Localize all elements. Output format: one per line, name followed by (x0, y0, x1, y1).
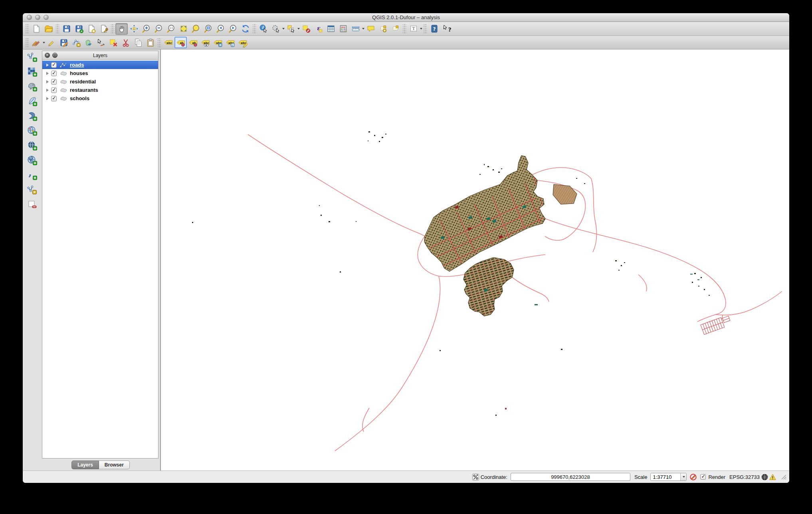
scale-combo[interactable] (650, 473, 687, 481)
dock-tab-browser[interactable]: Browser (99, 461, 130, 469)
title-bar[interactable]: QGIS 2.0.1-Dufour – analysis (23, 13, 789, 22)
resize-grip[interactable] (780, 474, 787, 480)
add-postgis-layer-button[interactable] (26, 80, 38, 93)
current-edits-button[interactable] (30, 37, 42, 48)
text-annotation-dropdown-arrow[interactable] (420, 28, 422, 30)
new-project-button[interactable] (30, 23, 42, 35)
zoom-out-button[interactable] (152, 23, 165, 35)
add-delimited-text-layer-button[interactable]: , (26, 168, 38, 181)
zoom-next-button[interactable] (227, 23, 239, 35)
expand-arrow-icon[interactable] (46, 80, 49, 83)
layer-visibility-checkbox[interactable] (51, 62, 57, 68)
text-annotation-button[interactable]: T (407, 23, 420, 35)
measure-button[interactable] (349, 23, 362, 35)
layer-visibility-checkbox[interactable] (51, 71, 57, 76)
highlight-pinned-labels-button[interactable]: ab (187, 37, 199, 48)
scale-input[interactable] (651, 473, 680, 480)
run-feature-action-button[interactable] (269, 23, 282, 35)
add-wfs-layer-button[interactable] (26, 154, 38, 166)
zoom-native-button[interactable]: 1:1 (165, 23, 177, 35)
close-window-button[interactable] (27, 15, 32, 20)
change-label-properties-button[interactable]: abc (236, 37, 249, 48)
layer-row-houses[interactable]: houses (42, 69, 158, 77)
layer-visibility-checkbox[interactable] (51, 87, 57, 93)
show-hide-labels-button[interactable]: abc (199, 37, 212, 48)
render-checkbox[interactable] (700, 474, 706, 480)
layer-row-residential[interactable]: residential (42, 77, 158, 86)
expand-arrow-icon[interactable] (46, 63, 49, 67)
crs-status-icon[interactable] (761, 473, 768, 481)
add-postgis-layer-icon (27, 81, 37, 91)
open-project-button[interactable] (42, 23, 55, 35)
dock-tab-layers[interactable]: Layers (71, 461, 99, 469)
copy-features-button[interactable] (132, 37, 144, 48)
save-edits-button[interactable] (57, 37, 70, 48)
labeling-options-button[interactable]: abc (162, 37, 174, 48)
move-feature-button[interactable] (82, 37, 95, 48)
zoom-to-selection-button[interactable] (190, 23, 202, 35)
expand-arrow-icon[interactable] (46, 97, 49, 100)
toggle-editing-icon (47, 38, 56, 47)
node-tool-button[interactable] (95, 37, 107, 48)
cut-features-button[interactable] (119, 37, 132, 48)
layer-row-roads[interactable]: roads (42, 61, 158, 69)
zoom-last-icon (216, 24, 226, 34)
minimize-window-button[interactable] (35, 15, 40, 20)
map-tips-button[interactable] (364, 23, 377, 35)
pan-to-selection-button[interactable] (128, 23, 140, 35)
add-raster-layer-button[interactable] (26, 65, 38, 78)
field-calculator-button[interactable] (337, 23, 349, 35)
layer-visibility-checkbox[interactable] (51, 79, 57, 85)
pan-map-button[interactable] (115, 23, 128, 35)
add-mssql-layer-button[interactable] (26, 109, 38, 122)
zoom-last-button[interactable] (214, 23, 227, 35)
dock-panel-area: ✕ ❐ Layers roadshousesresidentialrestaur… (41, 49, 160, 471)
deselect-features-button[interactable] (300, 23, 312, 35)
composer-manager-button[interactable] (97, 23, 110, 35)
add-vector-layer-button[interactable] (26, 50, 38, 63)
expand-arrow-icon[interactable] (46, 72, 49, 75)
coordinate-input[interactable] (511, 473, 630, 481)
expand-arrow-icon[interactable] (46, 89, 49, 92)
attribute-table-button[interactable] (325, 23, 337, 35)
panel-detach-icon[interactable]: ❐ (52, 53, 57, 58)
coordinate-display-toggle-icon[interactable] (472, 473, 480, 481)
identify-button[interactable]: i (257, 23, 269, 35)
toggle-editing-button[interactable] (45, 37, 57, 48)
add-spatialite-layer-button[interactable] (26, 95, 38, 107)
save-project-button[interactable] (60, 23, 73, 35)
new-composer-button[interactable] (85, 23, 97, 35)
render-label: Render (708, 474, 725, 480)
stop-rendering-icon[interactable] (689, 473, 697, 481)
new-bookmark-button[interactable] (377, 23, 389, 35)
messages-warning-icon[interactable] (768, 473, 776, 481)
layer-row-schools[interactable]: schools (42, 94, 158, 103)
add-wcs-layer-button[interactable] (26, 139, 38, 152)
save-project-as-button[interactable] (73, 23, 85, 35)
layer-row-restaurants[interactable]: restaurants (42, 86, 158, 94)
select-by-expression-button[interactable]: ε (312, 23, 325, 35)
paste-features-button[interactable] (144, 37, 156, 48)
zoom-window-button[interactable] (44, 15, 49, 20)
whats-this-button[interactable]: ? (440, 23, 453, 35)
map-canvas[interactable] (160, 49, 789, 471)
refresh-button[interactable] (239, 23, 252, 35)
show-bookmarks-button[interactable] (389, 23, 402, 35)
delete-selected-button[interactable] (107, 37, 119, 48)
zoom-in-button[interactable] (140, 23, 152, 35)
add-feature-button[interactable] (70, 37, 82, 48)
manage-layers-toolbar: , (23, 49, 41, 471)
zoom-to-layer-button[interactable] (202, 23, 214, 35)
remove-layer-button[interactable] (26, 198, 38, 211)
zoom-full-button[interactable] (177, 23, 190, 35)
pin-labels-button[interactable]: ab (174, 37, 187, 48)
rotate-label-button[interactable]: abc (224, 37, 236, 48)
add-wms-layer-button[interactable] (26, 124, 38, 137)
move-label-button[interactable]: abc (212, 37, 224, 48)
scale-dropdown-button[interactable] (680, 473, 686, 481)
help-button[interactable]: ? (428, 23, 440, 35)
new-shapefile-layer-button[interactable] (26, 183, 38, 196)
layer-visibility-checkbox[interactable] (51, 96, 57, 101)
select-features-button[interactable] (285, 23, 297, 35)
panel-close-icon[interactable]: ✕ (45, 53, 50, 58)
